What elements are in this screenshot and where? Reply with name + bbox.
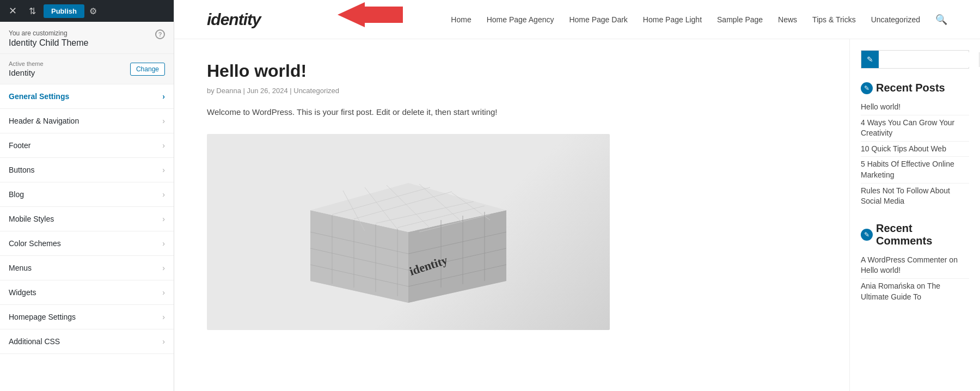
chevron-right-icon: ›	[162, 92, 165, 101]
nav-item-label: Header & Navigation	[9, 117, 79, 125]
recent-comments-title: Recent Comments	[876, 222, 969, 247]
list-item[interactable]: A WordPress Commenter on Hello world!	[861, 253, 969, 279]
nav-item-label: Color Schemes	[9, 239, 61, 248]
list-item[interactable]: Rules Not To Follow About Social Media	[861, 184, 969, 209]
nav-item-general-settings[interactable]: General Settings ›	[0, 84, 174, 109]
customizer-nav-list: General Settings › Header & Navigation ›…	[0, 84, 174, 391]
list-item[interactable]: Ania Romańska on The Ultimate Guide To	[861, 279, 969, 304]
sidebar: ✎ Search ✎ Recent Posts Hello world! 4 W…	[849, 39, 980, 391]
nav-item-menus[interactable]: Menus ›	[0, 256, 174, 280]
nav-item-footer[interactable]: Footer ›	[0, 133, 174, 158]
site-navigation: Home Home Page Agency Home Page Dark Hom…	[451, 14, 947, 26]
chevron-right-icon: ›	[162, 313, 165, 321]
nav-item-label: Additional CSS	[9, 337, 60, 346]
reorder-button[interactable]: ⇅	[24, 3, 40, 19]
search-widget: ✎ Search	[861, 50, 969, 69]
list-item[interactable]: 10 Quick Tips About Web	[861, 142, 969, 157]
nav-link-home[interactable]: Home	[451, 15, 471, 24]
post-title: Hello world!	[207, 61, 817, 81]
chevron-right-icon: ›	[162, 166, 165, 174]
chevron-right-icon: ›	[162, 215, 165, 223]
post-excerpt: Welcome to WordPress. This is your first…	[207, 106, 817, 119]
chevron-right-icon: ›	[162, 190, 165, 199]
search-input[interactable]	[879, 52, 979, 67]
recent-comments-widget: ✎ Recent Comments A WordPress Commenter …	[861, 222, 969, 304]
settings-gear-button[interactable]: ⚙	[85, 3, 101, 19]
nav-item-mobile-styles[interactable]: Mobile Styles ›	[0, 207, 174, 231]
recent-posts-title-row: ✎ Recent Posts	[861, 82, 969, 94]
nav-item-label: Widgets	[9, 288, 36, 297]
nav-link-dark[interactable]: Home Page Dark	[569, 15, 627, 24]
recent-comments-title-row: ✎ Recent Comments	[861, 222, 969, 247]
preview-area: identity Home Home Page Agency Home Page…	[174, 0, 980, 391]
search-widget-edit-icon[interactable]: ✎	[861, 51, 879, 68]
post-area: Hello world! by Deanna | Jun 26, 2024 | …	[174, 39, 849, 391]
nav-item-widgets[interactable]: Widgets ›	[0, 280, 174, 305]
nav-link-sample[interactable]: Sample Page	[717, 15, 763, 24]
nav-link-agency[interactable]: Home Page Agency	[487, 15, 554, 24]
site-header: identity Home Home Page Agency Home Page…	[174, 0, 980, 39]
active-theme-label: Active theme	[9, 60, 44, 67]
nav-item-color-schemes[interactable]: Color Schemes ›	[0, 231, 174, 256]
main-content: Hello world! by Deanna | Jun 26, 2024 | …	[174, 39, 980, 391]
nav-item-label: Menus	[9, 264, 32, 272]
nav-item-blog[interactable]: Blog ›	[0, 182, 174, 207]
chevron-right-icon: ›	[162, 141, 165, 150]
post-meta: by Deanna | Jun 26, 2024 | Uncategorized	[207, 87, 817, 95]
list-item[interactable]: 4 Ways You Can Grow Your Creativity	[861, 115, 969, 142]
recent-posts-widget: ✎ Recent Posts Hello world! 4 Ways You C…	[861, 82, 969, 209]
chevron-right-icon: ›	[162, 117, 165, 125]
nav-link-light[interactable]: Home Page Light	[643, 15, 702, 24]
search-icon[interactable]: 🔍	[935, 14, 947, 26]
site-title: identity	[207, 10, 261, 29]
active-theme-section: Active theme Identity Change	[0, 54, 174, 84]
nav-link-tips[interactable]: Tips & Tricks	[812, 15, 856, 24]
customizing-label: You are customizing	[9, 29, 165, 37]
nav-item-label: Footer	[9, 141, 30, 150]
nav-item-header-navigation[interactable]: Header & Navigation ›	[0, 109, 174, 133]
recent-posts-title: Recent Posts	[876, 82, 945, 94]
chevron-right-icon: ›	[162, 288, 165, 297]
nav-item-label: Blog	[9, 190, 24, 199]
nav-item-label: General Settings	[9, 92, 69, 101]
customizer-panel: ✕ ⇅ Publish ⚙ You are customizing Identi…	[0, 0, 174, 391]
chevron-right-icon: ›	[162, 239, 165, 248]
recent-comments-edit-icon[interactable]: ✎	[861, 229, 873, 241]
publish-button[interactable]: Publish	[44, 4, 84, 18]
nav-link-news[interactable]: News	[778, 15, 797, 24]
nav-link-uncategorized[interactable]: Uncategorized	[871, 15, 920, 24]
change-theme-button[interactable]: Change	[130, 63, 165, 76]
chevron-right-icon: ›	[162, 264, 165, 272]
close-button[interactable]: ✕	[4, 3, 21, 19]
list-item[interactable]: Hello world!	[861, 100, 969, 115]
recent-posts-list: Hello world! 4 Ways You Can Grow Your Cr…	[861, 100, 969, 209]
post-featured-image: identity	[207, 134, 610, 330]
chevron-right-icon: ›	[162, 337, 165, 346]
nav-item-label: Homepage Settings	[9, 313, 76, 321]
recent-comments-list: A WordPress Commenter on Hello world! An…	[861, 253, 969, 304]
active-theme-name: Identity	[9, 68, 44, 77]
recent-posts-edit-icon[interactable]: ✎	[861, 82, 873, 94]
nav-item-buttons[interactable]: Buttons ›	[0, 158, 174, 182]
nav-item-label: Mobile Styles	[9, 215, 54, 223]
list-item[interactable]: 5 Habits Of Effective Online Marketing	[861, 157, 969, 183]
active-theme-info: Active theme Identity	[9, 60, 44, 77]
customizing-theme: Identity Child Theme	[9, 38, 165, 48]
nav-item-homepage-settings[interactable]: Homepage Settings ›	[0, 305, 174, 329]
help-icon[interactable]: ?	[155, 29, 165, 39]
nav-item-additional-css[interactable]: Additional CSS ›	[0, 329, 174, 354]
customizer-toolbar: ✕ ⇅ Publish ⚙	[0, 0, 174, 22]
nav-item-label: Buttons	[9, 166, 34, 174]
customizing-info: You are customizing Identity Child Theme…	[0, 22, 174, 54]
